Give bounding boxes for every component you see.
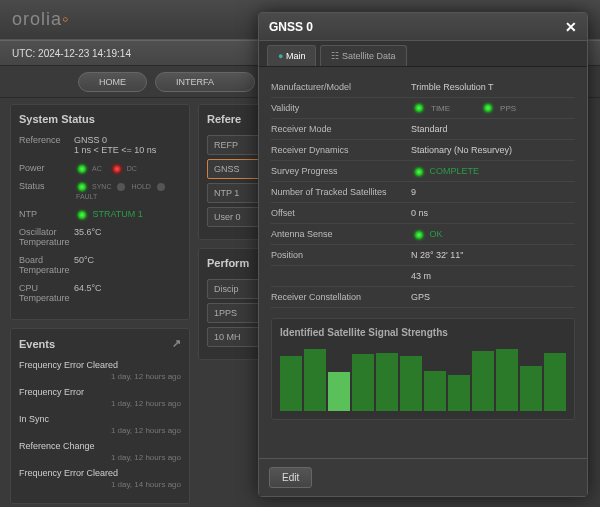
event-time: 1 day, 14 hours ago [19,480,181,489]
led-ntp [78,211,86,219]
signal-bar [328,372,350,411]
signal-bar [520,366,542,412]
signal-strength-panel: Identified Satellite Signal Strengths [271,318,575,420]
event-item: Reference Change [19,441,181,451]
utc-time: UTC: 2024-12-23 14:19:14 [12,48,131,59]
led-ac [78,165,86,173]
gnss-modal: GNSS 0 ✕ ● Main ☷ Satellite Data Manufac… [258,12,588,497]
led-time [415,104,423,112]
signal-bar [352,354,374,411]
signal-bar [448,375,470,411]
signal-bar [280,356,302,411]
event-time: 1 day, 12 hours ago [19,426,181,435]
led-survey [415,168,423,176]
signal-bar [376,353,398,412]
expand-icon[interactable]: ↗ [172,337,181,350]
tab-main[interactable]: ● Main [267,45,316,66]
edit-button[interactable]: Edit [269,467,312,488]
signal-bar [400,356,422,411]
event-item: In Sync [19,414,181,424]
close-icon[interactable]: ✕ [565,19,577,35]
modal-tabs: ● Main ☷ Satellite Data [259,41,587,67]
event-time: 1 day, 12 hours ago [19,453,181,462]
led-sync [78,183,86,191]
signal-bar [304,349,326,411]
modal-body: Manufacturer/ModelTrimble Resolution T V… [259,67,587,458]
led-dc [113,165,121,173]
modal-title: GNSS 0 [269,20,313,34]
modal-header: GNSS 0 ✕ [259,13,587,41]
event-item: Frequency Error [19,387,181,397]
modal-footer: Edit [259,458,587,496]
led-antenna [415,231,423,239]
signal-bar [424,371,446,411]
signal-strength-title: Identified Satellite Signal Strengths [280,327,566,338]
led-pps [484,104,492,112]
event-time: 1 day, 12 hours ago [19,372,181,381]
brand-logo: orolia◦ [12,9,69,30]
tab-satellite-data[interactable]: ☷ Satellite Data [320,45,406,66]
event-item: Frequency Error Cleared [19,360,181,370]
nav-home[interactable]: HOME [78,72,147,92]
led-hold [117,183,125,191]
led-fault [157,183,165,191]
system-status-panel: System Status ReferenceGNSS 01 ns < ETE … [10,104,190,320]
nav-interfaces[interactable]: INTERFA [155,72,255,92]
signal-bars-chart [280,346,566,411]
events-panel: Events↗ Frequency Error Cleared1 day, 12… [10,328,190,504]
event-item: Frequency Error Cleared [19,468,181,478]
event-time: 1 day, 12 hours ago [19,399,181,408]
signal-bar [472,351,494,411]
system-status-title: System Status [19,113,181,125]
signal-bar [544,353,566,412]
events-title: Events [19,338,55,350]
signal-bar [496,349,518,411]
